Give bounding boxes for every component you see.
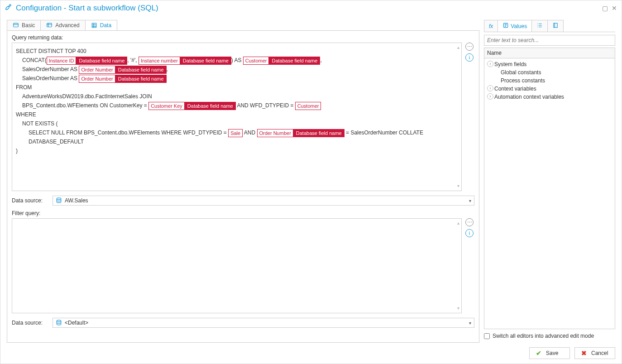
editor-info-button[interactable]: i [465, 229, 474, 237]
chevron-down-icon: ▾ [469, 321, 471, 326]
fx-icon: fx [489, 23, 493, 29]
query-editor[interactable]: SELECT DISTINCT TOP 400 CONCAT(Instance … [12, 43, 462, 191]
advanced-icon [46, 22, 53, 29]
values-icon [502, 22, 509, 30]
switch-editmode-checkbox[interactable] [484, 333, 490, 339]
sql-line: FROM [16, 83, 458, 92]
sql-line: WHERE [16, 110, 458, 119]
pill-dbfield[interactable]: Database field name [76, 57, 127, 65]
wrench-icon [5, 3, 12, 13]
editor-info-button[interactable]: i [465, 53, 474, 62]
data-icon [91, 22, 97, 29]
pill-instance-number[interactable]: Instance number [139, 57, 180, 65]
svg-rect-0 [14, 23, 19, 27]
cancel-button[interactable]: ✖ Cancel [574, 347, 615, 359]
datasource-label: Data source: [12, 320, 48, 326]
tab-basic-label: Basic [22, 22, 35, 29]
pill-order-number[interactable]: Order Number [79, 66, 115, 74]
pill-dbfield[interactable]: Database field name [115, 66, 167, 74]
window-title: Configuration - Start a subworkflow (SQL… [16, 4, 158, 13]
pill-dbfield[interactable]: Database field name [293, 129, 344, 137]
scrollbar[interactable]: ▴▾ [455, 219, 461, 313]
scrollbar[interactable]: ▴▾ [455, 43, 461, 191]
titlebar: Configuration - Start a subworkflow (SQL… [0, 0, 622, 15]
maximize-button[interactable]: ▢ [602, 5, 608, 12]
tree-context-variables[interactable]: Context variables [485, 85, 614, 93]
datasource-select-2[interactable]: <Default> ▾ [53, 318, 474, 328]
tab-data-label: Data [100, 22, 111, 29]
tab-advanced[interactable]: Advanced [40, 20, 85, 30]
pill-dbfield[interactable]: Database field name [185, 102, 236, 110]
right-tabs: fx Values [484, 20, 615, 32]
switch-editmode-label: Switch all editors into advanced edit mo… [493, 333, 594, 339]
svg-rect-6 [554, 23, 557, 27]
database-icon [56, 320, 62, 326]
rtab-values-label: Values [511, 23, 527, 29]
footer: ✔ Save ✖ Cancel [0, 343, 622, 364]
check-icon: ✔ [536, 350, 541, 357]
tree-header: Name [484, 48, 615, 58]
basic-icon [13, 22, 19, 29]
pill-customer[interactable]: Customer [243, 57, 269, 65]
tree-global-constants[interactable]: Global constants [485, 68, 614, 77]
tab-body: Query returning data: SELECT DISTINCT TO… [7, 30, 479, 343]
sql-line: BPS_Content.dbo.WFElements ON CustomerKe… [22, 101, 458, 110]
tree-system-fields[interactable]: System fields [485, 60, 614, 68]
save-button[interactable]: ✔ Save [529, 347, 570, 359]
pill-dbfield[interactable]: Database field name [180, 57, 231, 65]
tab-advanced-label: Advanced [55, 22, 79, 29]
datasource-label: Data source: [12, 197, 48, 204]
pill-customer[interactable]: Customer [295, 102, 321, 110]
database-icon [56, 197, 62, 204]
datasource-select-1[interactable]: AW.Sales ▾ [53, 196, 474, 206]
search-input[interactable] [484, 35, 615, 46]
pill-dbfield[interactable]: Database field name [115, 75, 167, 83]
svg-rect-1 [47, 23, 52, 27]
filter-editor[interactable]: ▴▾ [12, 218, 462, 313]
panel-icon [552, 22, 559, 30]
sql-line: SELECT DISTINCT TOP 400 [16, 47, 458, 56]
tab-basic[interactable]: Basic [7, 20, 41, 30]
sql-line: SalesOrderNumber AS Order NumberDatabase… [22, 65, 458, 74]
sql-line: ) [16, 146, 458, 155]
rtab-values[interactable]: Values [498, 20, 532, 32]
svg-point-4 [57, 320, 61, 322]
datasource-value: AW.Sales [65, 197, 88, 204]
query-label: Query returning data: [12, 34, 474, 41]
pill-instance-id[interactable]: Instance ID [47, 57, 77, 65]
chevron-down-icon: ▾ [469, 198, 471, 203]
pill-dbfield[interactable]: Database field name [269, 57, 320, 65]
pill-order-number[interactable]: Order Number [257, 129, 293, 137]
editor-more-button[interactable]: ⋯ [465, 43, 474, 51]
rtab-panel[interactable] [547, 20, 564, 32]
svg-point-3 [57, 198, 61, 200]
cancel-icon: ✖ [581, 350, 587, 357]
datasource-value: <Default> [65, 320, 88, 326]
rtab-fx[interactable]: fx [484, 20, 498, 32]
rtab-list[interactable] [531, 20, 548, 32]
close-button[interactable]: ✕ [612, 5, 617, 12]
list-icon [536, 22, 543, 30]
main-tabs: Basic Advanced Data [7, 20, 479, 30]
sql-line: NOT EXISTS ( [22, 119, 458, 128]
pill-sale[interactable]: Sale [228, 129, 243, 137]
sql-line: SELECT NULL FROM BPS_Content.dbo.WFEleme… [29, 128, 458, 146]
values-tree[interactable]: System fields Global constants Process c… [484, 58, 615, 329]
editor-more-button[interactable]: ⋯ [465, 218, 474, 226]
pill-customer-key[interactable]: Customer Key [148, 102, 185, 110]
sql-line: AdventureWorksDW2019.dbo.FactInternetSal… [22, 92, 458, 101]
sql-line: CONCAT(Instance IDDatabase field name, '… [22, 56, 458, 65]
pill-order-number[interactable]: Order Number [79, 75, 115, 83]
tree-process-constants[interactable]: Process constants [485, 77, 614, 85]
tab-data[interactable]: Data [85, 20, 117, 30]
tree-automation-context[interactable]: Automation context variables [485, 93, 614, 101]
filter-label: Filter query: [12, 210, 474, 216]
svg-rect-2 [92, 23, 96, 27]
sql-line: SalesOrderNumber AS Order NumberDatabase… [22, 74, 458, 83]
